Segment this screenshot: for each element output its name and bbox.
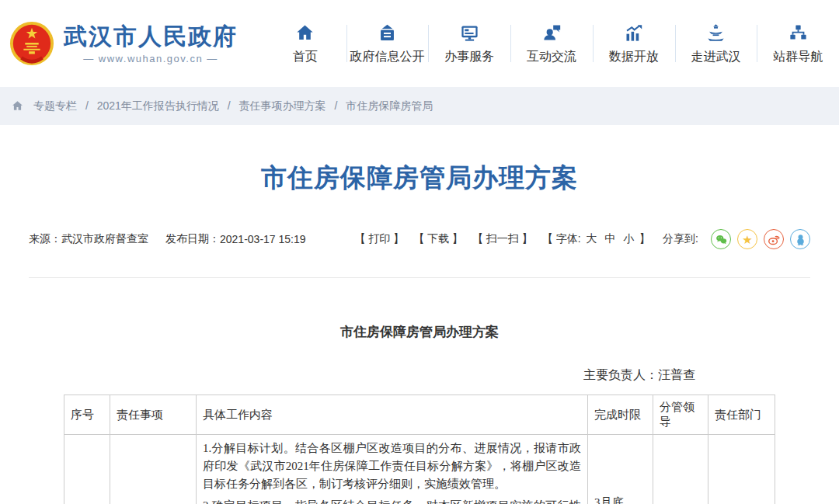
font-size-medium-button[interactable]: 中 xyxy=(604,232,615,245)
col-header-department: 责任部门 xyxy=(708,395,775,435)
col-header-content: 具体工作内容 xyxy=(197,395,588,435)
nav-label: 走进武汉 xyxy=(691,49,740,65)
breadcrumb-item[interactable]: 2021年工作报告执行情况 xyxy=(97,99,219,112)
breadcrumb-item-current: 市住房保障房管局 xyxy=(346,99,433,112)
site-name: 武汉市人民政府 xyxy=(64,23,238,50)
main-nav: 首页 政府信息公开 办事服务 互动交流 数据开放 xyxy=(264,0,839,87)
breadcrumb-separator: / xyxy=(334,99,337,112)
page-title: 市住房保障房管局办理方案 xyxy=(29,161,810,195)
breadcrumb-item[interactable]: 专题专栏 xyxy=(33,99,77,112)
work-content-paragraph: 1.分解目标计划。结合各区棚户区改造项目的分布、进展情况，报请市政府印发《武汉市… xyxy=(203,440,581,493)
task-table: 序号 责任事项 具体工作内容 完成时限 分管领导 责任部门 1.分解目标计划。结… xyxy=(64,395,775,504)
cell-department xyxy=(708,435,775,504)
responsible-person: 主要负责人：汪普查 xyxy=(29,367,810,384)
breadcrumb: 专题专栏 / 2021年工作报告执行情况 / 责任事项办理方案 / 市住房保障房… xyxy=(33,99,433,113)
font-size-control: 【 字体: 大 中 小 】 xyxy=(542,232,650,246)
nav-item-open-data[interactable]: 数据开放 xyxy=(593,0,675,87)
section-divider xyxy=(29,277,810,278)
document-body: 市住房保障房管局办理方案 主要负责人：汪普查 序号 责任事项 具体工作内容 完成… xyxy=(29,323,810,504)
qq-share-icon[interactable] xyxy=(790,229,810,249)
cell-item xyxy=(110,435,197,504)
col-header-item: 责任事项 xyxy=(110,395,197,435)
source-label: 来源： xyxy=(29,232,61,246)
weibo-share-icon[interactable] xyxy=(764,229,784,249)
col-header-deadline: 完成时限 xyxy=(588,395,653,435)
nav-label: 数据开放 xyxy=(609,49,659,65)
nav-label: 站群导航 xyxy=(773,49,823,65)
main-content: 市住房保障房管局办理方案 来源： 武汉市政府督查室 发布日期： 2021-03-… xyxy=(0,161,839,504)
open-data-icon xyxy=(623,22,644,43)
breadcrumb-separator: / xyxy=(85,99,89,112)
table-header-row: 序号 责任事项 具体工作内容 完成时限 分管领导 责任部门 xyxy=(64,395,775,435)
nav-item-services[interactable]: 办事服务 xyxy=(428,0,510,87)
scan-qr-button[interactable]: 【 扫一扫 】 xyxy=(472,232,533,246)
download-button[interactable]: 【 下载 】 xyxy=(413,232,463,246)
breadcrumb-separator: / xyxy=(228,99,231,112)
site-header: 武汉市人民政府 — www.wuhan.gov.cn — 首页 政府信息公开 办… xyxy=(0,0,839,87)
font-size-large-button[interactable]: 大 xyxy=(586,232,597,245)
font-size-suffix: 】 xyxy=(639,232,650,245)
qzone-share-icon[interactable]: ★ xyxy=(737,229,757,249)
col-header-leader: 分管领导 xyxy=(653,395,708,435)
work-content-paragraph: 2.确定目标项目。指导各区结合目标任务，对本区新增项目实施的可行性进行评估，确定… xyxy=(203,497,581,504)
article-meta-row: 来源： 武汉市政府督查室 发布日期： 2021-03-17 15:19 【 打印… xyxy=(29,229,810,249)
source-value: 武汉市政府督查室 xyxy=(61,232,148,246)
table-row: 1.分解目标计划。结合各区棚户区改造项目的分布、进展情况，报请市政府印发《武汉市… xyxy=(64,435,775,504)
nav-label: 政府信息公开 xyxy=(350,49,425,65)
nav-item-sitemap[interactable]: 站群导航 xyxy=(757,0,839,87)
article-toolbar: 【 打印 】 【 下载 】 【 扫一扫 】 【 字体: 大 中 小 】 分享到:… xyxy=(345,229,810,249)
col-header-index: 序号 xyxy=(64,395,110,435)
tower-icon xyxy=(705,22,726,43)
breadcrumb-bar: 专题专栏 / 2021年工作报告执行情况 / 责任事项办理方案 / 市住房保障房… xyxy=(0,87,839,125)
article-meta: 来源： 武汉市政府督查室 发布日期： 2021-03-17 15:19 xyxy=(29,232,306,246)
nav-label: 首页 xyxy=(293,49,318,65)
site-logo[interactable]: 武汉市人民政府 — www.wuhan.gov.cn — xyxy=(9,21,264,66)
services-icon xyxy=(459,22,480,43)
print-button[interactable]: 【 打印 】 xyxy=(354,232,404,246)
nav-item-about-wuhan[interactable]: 走进武汉 xyxy=(675,0,757,87)
nav-item-home[interactable]: 首页 xyxy=(264,0,346,87)
cell-content: 1.分解目标计划。结合各区棚户区改造项目的分布、进展情况，报请市政府印发《武汉市… xyxy=(197,435,588,504)
home-icon[interactable] xyxy=(11,99,24,113)
nav-label: 互动交流 xyxy=(527,49,576,65)
font-size-prefix: 【 字体: xyxy=(542,232,581,245)
home-icon xyxy=(294,22,315,43)
publish-date-value: 2021-03-17 15:19 xyxy=(220,233,306,245)
nav-item-info-disclosure[interactable]: 政府信息公开 xyxy=(346,0,429,87)
breadcrumb-item[interactable]: 责任事项办理方案 xyxy=(239,99,326,112)
font-size-small-button[interactable]: 小 xyxy=(623,232,634,245)
cell-index xyxy=(64,435,110,504)
site-url: — www.wuhan.gov.cn — xyxy=(64,53,238,64)
nav-item-interaction[interactable]: 互动交流 xyxy=(510,0,593,87)
sitemap-icon xyxy=(788,22,809,43)
national-emblem-icon xyxy=(9,21,54,66)
cell-deadline: 3月底 xyxy=(588,435,653,504)
share-label: 分享到: xyxy=(663,232,698,246)
interaction-icon xyxy=(541,22,562,43)
cell-leader xyxy=(653,435,708,504)
publish-date-label: 发布日期： xyxy=(165,232,220,246)
nav-label: 办事服务 xyxy=(444,49,494,65)
wechat-share-icon[interactable] xyxy=(711,229,731,249)
info-disclosure-icon xyxy=(377,22,398,43)
document-title: 市住房保障房管局办理方案 xyxy=(29,323,810,341)
